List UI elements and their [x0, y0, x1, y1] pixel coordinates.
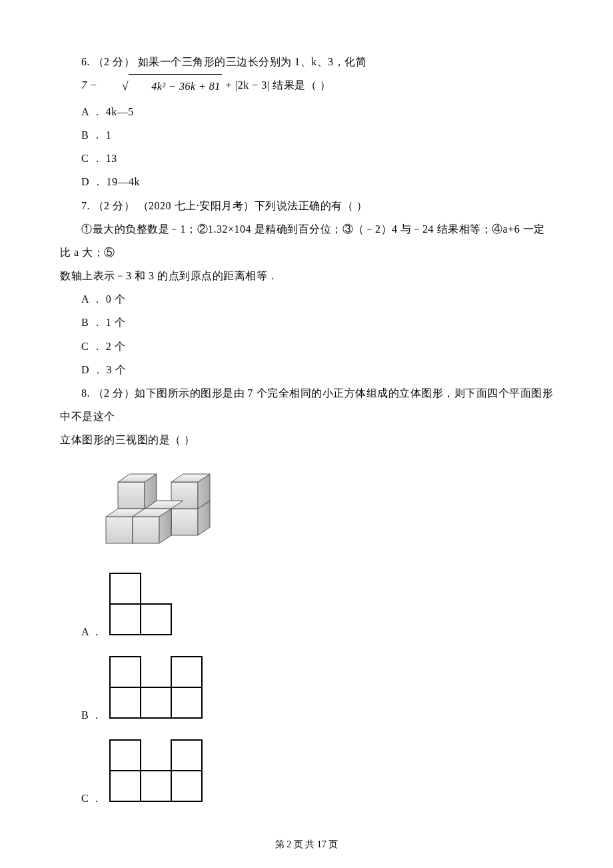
- svg-marker-0: [171, 509, 198, 535]
- q8-option-c-row: C ．: [81, 739, 553, 805]
- svg-rect-28: [171, 740, 202, 771]
- q8-option-c-label: C ．: [81, 793, 102, 805]
- svg-marker-10: [118, 482, 145, 509]
- svg-rect-22: [110, 657, 141, 687]
- svg-rect-20: [110, 604, 141, 635]
- svg-rect-26: [171, 687, 202, 718]
- page-footer: 第 2 页 共 17 页: [60, 839, 553, 851]
- svg-rect-25: [141, 687, 171, 718]
- q7-stem: 7. （2 分） （2020 七上·安阳月考）下列说法正确的有（ ）: [60, 194, 553, 217]
- svg-rect-29: [110, 771, 141, 801]
- svg-marker-13: [106, 517, 133, 543]
- q7-option-d: D ． 3 个: [60, 358, 553, 381]
- svg-rect-23: [171, 657, 202, 687]
- cubes-3d-icon: [81, 459, 211, 559]
- q8-stem-line2: 立体图形的三视图的是（ ）: [60, 428, 553, 451]
- svg-rect-31: [171, 771, 202, 801]
- q7-body1: ①最大的负整数是﹣1；②1.32×104 是精确到百分位；③（﹣2）4 与﹣24…: [60, 217, 553, 264]
- q6-option-b: B ． 1: [60, 123, 553, 147]
- svg-rect-27: [110, 740, 141, 771]
- svg-rect-21: [141, 604, 171, 635]
- q8-stem-line1: 8. （2 分）如下图所示的图形是由 7 个完全相同的小正方体组成的立体图形，则…: [60, 381, 553, 428]
- formula-plus: +: [225, 80, 235, 91]
- q6-stem: 6. （2 分） 如果一个三角形的三边长分别为 1、k、3，化简 7 − √4k…: [60, 50, 553, 100]
- q6-option-d: D ． 19—4k: [60, 170, 553, 193]
- svg-marker-16: [133, 517, 159, 543]
- q7-option-a: A ． 0 个: [60, 287, 553, 311]
- formula-lead: 7 −: [81, 80, 101, 91]
- svg-rect-30: [141, 771, 171, 801]
- q7-option-c: C ． 2 个: [60, 335, 553, 358]
- q6-option-c: C ． 13: [60, 147, 553, 170]
- sqrt-icon: √4k² − 36k + 81: [101, 73, 222, 100]
- q6-suffix: 结果是（ ）: [273, 80, 330, 91]
- q6-prefix: 6. （2 分） 如果一个三角形的三边长分别为 1、k、3，化简: [81, 56, 366, 67]
- svg-rect-24: [110, 687, 141, 718]
- q8-option-a-label: A ．: [81, 627, 102, 639]
- svg-rect-19: [110, 573, 141, 604]
- q8-option-b-row: B ．: [81, 655, 553, 722]
- q7-body2: 数轴上表示﹣3 和 3 的点到原点的距离相等．: [60, 264, 553, 287]
- q6-option-a: A ． 4k—5: [60, 100, 553, 123]
- q8-option-b-label: B ．: [81, 710, 102, 722]
- q6-formula: 7 − √4k² − 36k + 81 + |2k − 3|: [60, 73, 270, 100]
- option-b-grid-icon: [109, 655, 209, 722]
- q8-option-a-row: A ．: [81, 572, 553, 639]
- abs-expr: |2k − 3|: [235, 80, 269, 91]
- document-page: 6. （2 分） 如果一个三角形的三边长分别为 1、k、3，化简 7 − √4k…: [0, 0, 613, 868]
- q7-option-b: B ． 1 个: [60, 311, 553, 334]
- radicand: 4k² − 36k + 81: [129, 74, 222, 98]
- option-c-grid-icon: [109, 739, 209, 805]
- option-a-grid-icon: [109, 572, 175, 639]
- q8-solid-figure: [81, 459, 553, 559]
